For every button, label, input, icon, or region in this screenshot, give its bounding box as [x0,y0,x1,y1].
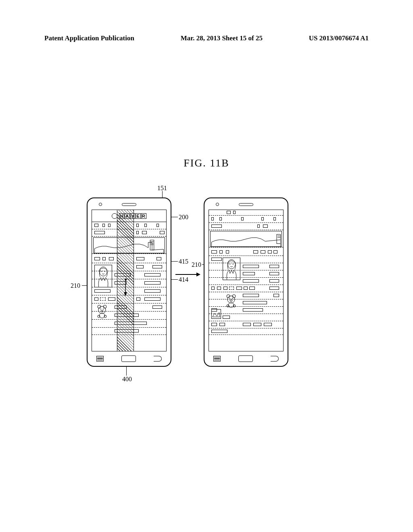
transition-arrow-icon [175,274,200,275]
bear-image [96,304,108,319]
content-row [92,328,166,335]
callout-415: 415 [179,258,188,265]
svg-point-10 [100,309,101,310]
header-center: Mar. 28, 2013 Sheet 15 of 25 [181,34,263,42]
lead-line [126,367,127,376]
home-button-icon[interactable] [121,355,136,362]
content-row [209,223,283,230]
phone-screen-right [209,210,284,351]
callout-210-right: 210 [192,261,201,268]
svg-point-15 [104,315,106,318]
content-row [92,229,166,237]
logo-letter: N [119,213,124,219]
content-row [209,270,283,278]
header-left: Patent Application Publication [44,34,134,42]
header-right: US 2013/0076674 A1 [309,34,369,42]
content-row [209,210,283,216]
svg-point-14 [98,315,100,318]
phone-nav-bar [204,355,288,363]
content-row [209,263,283,270]
logo-letter: E [136,213,140,219]
landscape-image [93,237,165,254]
content-row [92,295,166,303]
phone-left: NAVER [87,197,171,367]
phone-screen-left: NAVER [92,210,167,351]
content-row [209,285,283,292]
content-row [209,278,283,285]
camera-icon [99,203,102,206]
content-row [209,321,283,328]
speaker-icon [239,203,253,206]
logo-letter: V [130,213,135,219]
phone-top [88,202,171,207]
content-row [92,222,166,229]
content-row [209,256,283,263]
callout-200: 200 [179,214,188,221]
callout-400: 400 [122,376,132,383]
content-row [92,271,166,279]
menu-button-icon[interactable] [96,356,104,362]
content-row [209,249,283,256]
svg-point-12 [101,310,103,312]
content-row [209,314,283,321]
landscape-image [210,231,282,247]
svg-point-28 [232,298,233,299]
content-row [209,216,283,223]
menu-button-icon[interactable] [213,356,221,362]
logo-letter: R [141,213,146,219]
content-row [92,320,166,328]
content-row [209,299,283,307]
callout-210-left: 210 [71,282,80,289]
camera-icon [216,203,219,206]
patent-figure: 151 200 415 414 210 210 400 NAVER [79,189,329,383]
content-row [92,279,166,287]
content-row [92,287,166,295]
content-row [209,292,283,299]
browser-logo-row: NAVER [92,210,166,222]
page-header: Patent Application Publication Mar. 28, … [0,34,413,42]
logo-icon [112,213,117,219]
figure-label: FIG. 11B [0,157,413,169]
back-button-icon[interactable] [154,356,162,362]
callout-414: 414 [179,276,188,283]
logo-letter: A [125,213,130,219]
svg-point-9 [98,306,106,314]
phone-right [204,197,288,367]
svg-point-11 [103,309,104,310]
home-button-icon[interactable] [238,355,253,362]
content-row [92,255,166,263]
phone-nav-bar [88,355,171,363]
phone-top [204,202,288,207]
svg-point-27 [229,298,230,299]
svg-point-13 [99,313,105,318]
back-button-icon[interactable] [271,356,279,362]
content-row [209,328,283,335]
speaker-icon [122,203,136,206]
